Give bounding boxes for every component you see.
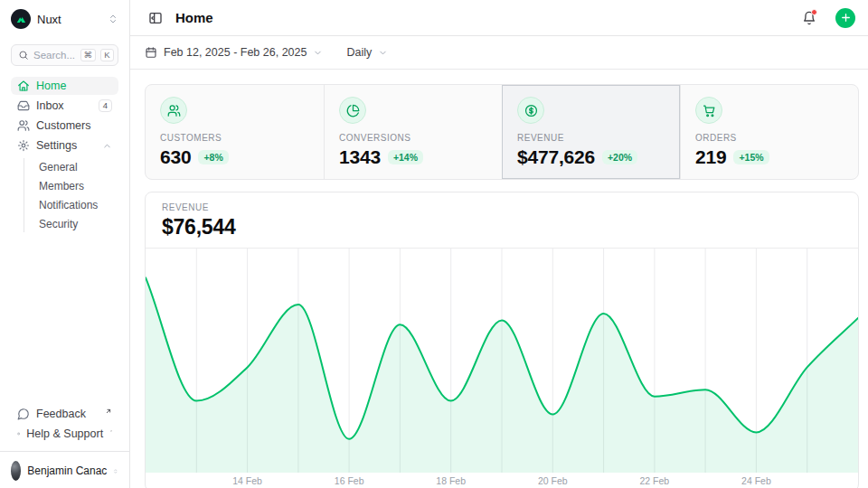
pie-chart-icon — [346, 104, 360, 117]
dollar-circle-icon — [524, 104, 538, 117]
cart-icon — [703, 104, 716, 117]
x-axis-tick-label: 14 Feb — [232, 475, 262, 486]
stats-grid: CUSTOMERS 630 +8% CONVERSIONS 1343 +14% — [145, 84, 859, 180]
sidebar-item-label: Settings — [36, 139, 96, 152]
search-input[interactable]: Search... ⌘ K — [11, 44, 118, 66]
chevron-down-icon — [313, 48, 323, 58]
sidebar-collapse-button[interactable] — [145, 7, 166, 29]
home-icon — [17, 80, 30, 92]
stat-value: $477,626 — [517, 146, 595, 168]
stat-card-customers[interactable]: CUSTOMERS 630 +8% — [146, 85, 324, 179]
stat-value: 1343 — [339, 146, 381, 168]
stat-value: 219 — [695, 146, 726, 168]
revenue-chart-card: REVENUE $76,544 14 Feb16 Feb18 Feb20 Feb… — [145, 192, 859, 488]
revenue-area-chart[interactable] — [146, 249, 858, 473]
x-axis-tick-label: 20 Feb — [538, 475, 568, 486]
top-header: Home — [130, 0, 868, 36]
main-area: Home Feb 12, 2025 - Feb 26, 2025 Daily — [130, 0, 868, 488]
stat-card-revenue[interactable]: REVENUE $477,626 +20% — [502, 85, 680, 179]
user-name: Benjamin Canac — [27, 465, 107, 477]
sidebar-item-label: Inbox — [36, 99, 92, 112]
x-axis-tick-label: 16 Feb — [335, 475, 364, 486]
sidebar-item-label: Home — [36, 80, 112, 92]
sidebar: Nuxt Search... ⌘ K Home Inbox 4 Customer… — [0, 0, 130, 488]
stat-icon-circle — [339, 97, 366, 124]
date-range-picker[interactable]: Feb 12, 2025 - Feb 26, 2025 — [145, 46, 323, 59]
calendar-icon — [145, 46, 157, 59]
search-icon — [18, 50, 29, 61]
settings-submenu: General Members Notifications Security — [24, 158, 118, 232]
inbox-count-badge: 4 — [99, 99, 112, 112]
add-button[interactable] — [835, 8, 855, 28]
sidebar-item-label: Feedback — [36, 408, 98, 420]
delta-badge: +8% — [198, 150, 228, 165]
inbox-icon — [17, 99, 30, 112]
kbd-cmd: ⌘ — [80, 49, 97, 61]
app-root: Nuxt Search... ⌘ K Home Inbox 4 Customer… — [0, 0, 868, 488]
delta-badge: +20% — [602, 150, 637, 165]
panel-left-close-icon — [148, 11, 163, 25]
user-menu[interactable]: Benjamin Canac — [11, 459, 118, 483]
sidebar-item-label: Help & Support — [26, 427, 103, 440]
chevron-updown-icon — [113, 466, 118, 476]
stat-icon-circle — [517, 97, 544, 124]
delta-badge: +14% — [388, 150, 423, 165]
sidebar-item-home[interactable]: Home — [11, 77, 118, 95]
gear-icon — [17, 139, 30, 152]
stat-card-conversions[interactable]: CONVERSIONS 1343 +14% — [324, 85, 502, 179]
chart-header: REVENUE $76,544 — [146, 192, 858, 249]
team-name: Nuxt — [37, 13, 101, 26]
notification-dot — [811, 9, 817, 15]
stat-card-orders[interactable]: ORDERS 219 +15% — [680, 85, 858, 179]
plus-icon — [840, 12, 852, 23]
chart-metric-label: REVENUE — [162, 202, 842, 212]
stat-label: REVENUE — [517, 133, 665, 143]
divider — [0, 451, 129, 452]
sidebar-item-general[interactable]: General — [39, 158, 118, 175]
stat-icon-circle — [160, 97, 187, 124]
stat-value: 630 — [160, 146, 191, 168]
chevron-down-icon — [378, 48, 388, 58]
chart-canvas — [146, 249, 858, 473]
message-circle-icon — [17, 408, 30, 420]
date-range-value: Feb 12, 2025 - Feb 26, 2025 — [164, 46, 307, 59]
kbd-k: K — [100, 49, 114, 61]
sidebar-item-notifications[interactable]: Notifications — [39, 196, 118, 213]
external-link-icon — [110, 427, 112, 435]
stat-label: CONVERSIONS — [339, 133, 487, 143]
period-value: Daily — [346, 46, 372, 59]
sidebar-item-settings[interactable]: Settings — [11, 136, 118, 155]
filters-toolbar: Feb 12, 2025 - Feb 26, 2025 Daily — [130, 36, 868, 70]
team-switcher[interactable]: Nuxt — [11, 7, 118, 31]
sidebar-item-security[interactable]: Security — [39, 215, 118, 232]
users-icon — [17, 119, 30, 132]
stat-icon-circle — [695, 97, 722, 124]
external-link-icon — [105, 408, 112, 415]
nuxt-logo-icon — [11, 9, 31, 29]
info-circle-icon — [17, 427, 20, 440]
chevron-updown-icon — [108, 14, 118, 24]
x-axis-tick-label: 18 Feb — [436, 475, 466, 486]
content-area: CUSTOMERS 630 +8% CONVERSIONS 1343 +14% — [130, 70, 868, 488]
x-axis-tick-label: 24 Feb — [741, 475, 771, 486]
x-axis: 14 Feb16 Feb18 Feb20 Feb22 Feb24 Feb — [146, 473, 858, 488]
search-placeholder: Search... — [33, 50, 76, 61]
users-icon — [167, 104, 181, 117]
stat-label: CUSTOMERS — [160, 133, 309, 143]
sidebar-item-label: Customers — [36, 119, 112, 132]
chevron-up-icon — [102, 141, 112, 151]
chart-metric-value: $76,544 — [162, 215, 842, 239]
stat-label: ORDERS — [695, 133, 844, 143]
delta-badge: +15% — [733, 150, 769, 165]
avatar — [11, 461, 21, 481]
sidebar-item-members[interactable]: Members — [39, 177, 118, 194]
notifications-button[interactable] — [797, 6, 821, 30]
sidebar-item-inbox[interactable]: Inbox 4 — [11, 97, 118, 115]
sidebar-nav: Home Inbox 4 Customers Settings General … — [11, 77, 118, 232]
sidebar-item-feedback[interactable]: Feedback — [11, 405, 118, 423]
sidebar-item-help-support[interactable]: Help & Support — [11, 425, 118, 443]
x-axis-tick-label: 22 Feb — [639, 475, 669, 486]
sidebar-item-customers[interactable]: Customers — [11, 117, 118, 135]
period-select[interactable]: Daily — [346, 46, 388, 59]
page-title: Home — [175, 10, 213, 25]
